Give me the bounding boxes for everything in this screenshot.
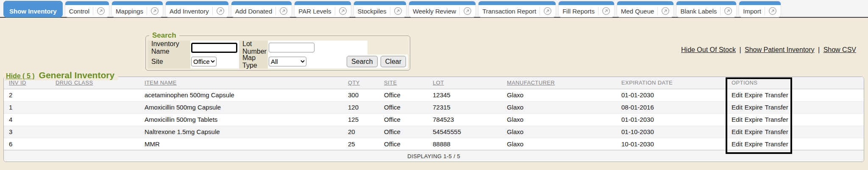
hide-out-of-stock-link[interactable]: Hide Out Of Stock (681, 46, 736, 53)
map-type-label: Map Type (239, 55, 268, 69)
tab-label: Add Inventory (170, 8, 209, 15)
transfer-link[interactable]: Transfer (765, 128, 788, 135)
link-separator: | (816, 46, 821, 53)
tab-accent-cap (739, 1, 781, 5)
tab-accent-cap (65, 1, 109, 5)
paging-status: DISPLAYING 1-5 / 5 (4, 150, 864, 162)
tab-stockpiles[interactable]: Stockpiles (353, 1, 406, 17)
open-in-new-icon[interactable] (279, 7, 288, 15)
open-in-new-icon[interactable] (463, 7, 472, 15)
lot-number-input[interactable] (269, 43, 314, 52)
cell-qty: 120 (343, 101, 379, 113)
tab-divider (598, 7, 598, 15)
expire-link[interactable]: Expire (745, 104, 763, 111)
tab-control[interactable]: Control (65, 1, 109, 17)
show-patient-inventory-link[interactable]: Show Patient Inventory (745, 46, 815, 53)
open-in-new-icon[interactable] (97, 7, 105, 15)
expire-link[interactable]: Expire (745, 116, 763, 123)
column-header-lot[interactable]: LOT (428, 77, 502, 89)
search-panel: Inventory Name Lot Number Site Office Ma… (145, 36, 410, 71)
open-in-new-icon[interactable] (602, 7, 610, 15)
transfer-link[interactable]: Transfer (765, 104, 788, 111)
map-type-select[interactable]: All (269, 57, 306, 66)
open-in-new-icon[interactable] (150, 7, 159, 15)
tab-divider (335, 7, 335, 15)
open-in-new-icon[interactable] (724, 7, 732, 15)
tab-weekly-review[interactable]: Weekly Review (409, 1, 476, 17)
open-in-new-icon[interactable] (543, 7, 552, 15)
tab-transaction-report[interactable]: Transaction Report (478, 1, 556, 17)
tab-show-inventory[interactable]: Show Inventory (3, 1, 63, 17)
tab-accent-cap (479, 1, 556, 5)
transfer-link[interactable]: Transfer (765, 91, 788, 99)
tab-fill-reports[interactable]: Fill Reports (558, 1, 615, 17)
cell-item-name: Naltrexone 1.5mg Capsule (139, 126, 343, 138)
column-header-qty[interactable]: QTY (343, 77, 379, 89)
transfer-link[interactable]: Transfer (765, 140, 788, 148)
site-select[interactable]: Office (191, 57, 217, 66)
cell-drug-class (50, 89, 139, 101)
tab-accent-cap (166, 1, 228, 5)
tab-label: Add Donated (235, 8, 273, 15)
tab-divider (459, 7, 460, 15)
open-in-new-icon[interactable] (216, 7, 225, 15)
column-header-manufacturer[interactable]: MANUFACTURER (502, 77, 616, 89)
tab-divider (540, 7, 540, 15)
expire-link[interactable]: Expire (745, 140, 763, 148)
tab-divider (390, 7, 390, 15)
tab-blank-labels[interactable]: Blank Labels (676, 1, 737, 17)
tab-add-inventory[interactable]: Add Inventory (165, 1, 229, 17)
tab-label: Stockpiles (358, 8, 387, 15)
cell-qty: 125 (343, 113, 379, 126)
hide-count-link[interactable]: Hide ( 5 ) (6, 72, 35, 80)
tab-add-donated[interactable]: Add Donated (231, 1, 292, 17)
cell-item-name: MMR (139, 138, 343, 150)
tab-label: Transaction Report (482, 8, 536, 15)
inventory-table: INV ID DRUG CLASS ITEM NAME QTY SITE LOT… (4, 77, 864, 162)
tab-mappings[interactable]: Mappings (111, 1, 163, 17)
link-separator: | (737, 46, 743, 53)
tab-divider (212, 7, 213, 15)
cell-inv-id: 2 (4, 89, 50, 101)
open-in-new-icon[interactable] (394, 7, 402, 15)
open-in-new-icon[interactable] (768, 7, 777, 15)
table-row: 3 Naltrexone 1.5mg Capsule 20 Office 545… (4, 126, 864, 138)
tab-divider (657, 7, 658, 15)
site-label: Site (148, 55, 190, 69)
search-button[interactable]: Search (347, 56, 378, 67)
edit-link[interactable]: Edit (732, 128, 743, 135)
column-header-item-name[interactable]: ITEM NAME (139, 77, 343, 89)
open-in-new-icon[interactable] (661, 7, 670, 15)
tab-accent-cap (354, 1, 406, 5)
edit-link[interactable]: Edit (732, 116, 743, 123)
tab-med-queue[interactable]: Med Queue (617, 1, 674, 17)
tab-label: Weekly Review (413, 8, 456, 15)
search-grid-filler (367, 41, 408, 55)
edit-link[interactable]: Edit (732, 104, 743, 111)
cell-lot: 54545555 (428, 126, 502, 138)
table-row: 6 MMR 25 Office 88888 Glaxo 10-01-2030 E… (4, 138, 864, 150)
cell-spacer (801, 138, 864, 150)
tab-label: Import (743, 8, 761, 15)
show-csv-link[interactable]: Show CSV (823, 46, 856, 53)
general-inventory-title: General Inventory (39, 70, 115, 80)
edit-link[interactable]: Edit (732, 91, 743, 99)
tab-par-levels[interactable]: PAR Levels (294, 1, 351, 17)
inventory-name-input[interactable] (191, 43, 237, 53)
edit-link[interactable]: Edit (732, 140, 743, 148)
tab-accent-cap (409, 1, 476, 5)
cell-drug-class (50, 126, 139, 138)
cell-qty: 25 (343, 138, 379, 150)
tab-label: PAR Levels (298, 8, 331, 15)
tab-label: Fill Reports (562, 8, 595, 15)
transfer-link[interactable]: Transfer (765, 116, 788, 123)
clear-button[interactable]: Clear (381, 56, 406, 67)
expire-link[interactable]: Expire (745, 91, 763, 99)
column-header-site[interactable]: SITE (379, 77, 428, 89)
table-row: 2 acetaminophen 500mg Capsule 300 Office… (4, 89, 864, 101)
tab-import[interactable]: Import (739, 1, 781, 17)
open-in-new-icon[interactable] (339, 7, 347, 15)
expire-link[interactable]: Expire (745, 128, 763, 135)
column-header-spacer (801, 77, 864, 89)
cell-site: Office (379, 101, 428, 113)
